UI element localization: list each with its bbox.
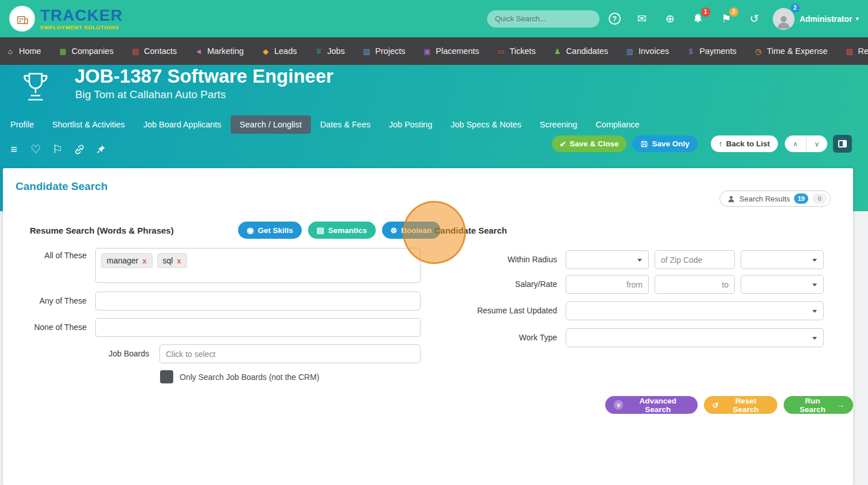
any-of-these-input[interactable] xyxy=(95,292,421,311)
salary-rate-label: Salary/Rate xyxy=(431,280,557,289)
toggle-panel-button[interactable] xyxy=(833,135,852,153)
advanced-search-button[interactable]: ∨ Advanced Search xyxy=(605,396,698,414)
reset-search-button[interactable]: ↺ Reset Search xyxy=(704,396,778,414)
candidates-icon: ♟ xyxy=(553,47,562,56)
tab-job-specs-notes[interactable]: Job Specs & Notes xyxy=(442,115,531,134)
boolean-icon: ⊗ xyxy=(391,226,398,235)
tab-profile[interactable]: Profile xyxy=(1,115,43,134)
placements-icon: ▣ xyxy=(422,47,431,56)
user-menu[interactable]: 2 Administrator ▾ xyxy=(773,8,859,30)
nav-item-time-expense[interactable]: ◷ Time & Expense xyxy=(754,46,828,56)
nav-item-tickets[interactable]: ▭ Tickets xyxy=(496,46,535,56)
nav-item-invoices[interactable]: ▥ Invoices xyxy=(625,46,669,56)
remove-tag-icon[interactable]: x xyxy=(142,257,146,265)
favorite-heart-icon[interactable]: ♡ xyxy=(29,142,42,156)
announcements-badge: 3 xyxy=(729,7,738,17)
run-search-button[interactable]: Run Search → xyxy=(784,396,853,414)
radius-units-select[interactable] xyxy=(741,250,824,269)
radius-select[interactable] xyxy=(566,250,649,269)
notifications-bell-icon[interactable]: 1 xyxy=(691,12,705,26)
main-nav: ⌂ Home ▦ Companies ▤ Contacts ◄ Marketin… xyxy=(0,37,868,65)
all-of-these-input[interactable]: manager x sql x xyxy=(95,248,421,283)
tab-screening[interactable]: Screening xyxy=(531,115,586,134)
save-close-button[interactable]: ✔ Save & Close xyxy=(552,135,627,152)
logo-subtitle: EMPLOYMENT SOLUTIONS xyxy=(40,25,123,30)
record-buttons: ✔ Save & Close Save Only ↑ Back to List … xyxy=(552,135,852,153)
nav-item-candidates[interactable]: ♟ Candidates xyxy=(553,46,608,56)
semantics-button[interactable]: ▤ Semantics xyxy=(308,222,376,239)
resume-last-updated-select[interactable] xyxy=(566,301,824,320)
nav-item-companies[interactable]: ▦ Companies xyxy=(59,46,114,56)
salary-from-input[interactable] xyxy=(566,275,649,294)
floppy-icon xyxy=(640,140,648,148)
nav-item-leads[interactable]: ◆ Leads xyxy=(261,46,297,56)
tab-compliance[interactable]: Compliance xyxy=(586,115,649,134)
reports-icon: ▨ xyxy=(845,47,854,56)
only-job-boards-checkbox[interactable] xyxy=(160,370,173,383)
tab-job-board-applicants[interactable]: Job Board Applicants xyxy=(134,115,231,134)
tab-shortlist-activities[interactable]: Shortlist & Activities xyxy=(43,115,134,134)
salary-period-select[interactable] xyxy=(741,275,824,294)
toc-icon[interactable]: ≡ xyxy=(7,142,20,156)
next-record-button[interactable]: ∨ xyxy=(806,135,827,152)
avatar[interactable]: 2 xyxy=(773,8,795,30)
results-count2-badge: 0 xyxy=(812,193,827,204)
link-icon[interactable] xyxy=(73,142,85,156)
none-of-these-input[interactable] xyxy=(95,318,421,337)
add-icon[interactable]: ⊕ xyxy=(663,12,677,26)
search-results-pill[interactable]: Search Results 19 0 xyxy=(719,191,831,207)
marketing-icon: ◄ xyxy=(194,47,203,56)
salary-to-input[interactable] xyxy=(655,275,735,294)
home-icon: ⌂ xyxy=(6,47,15,56)
tab-search-longlist[interactable]: Search / Longlist xyxy=(231,115,311,134)
topbar: TRACKER EMPLOYMENT SOLUTIONS ? ✉ ⊕ 1 ⚑ 3… xyxy=(0,0,868,37)
flag-announcements-icon[interactable]: ⚑ 3 xyxy=(719,12,733,26)
messages-icon[interactable]: ✉ xyxy=(635,12,649,26)
nav-item-contacts[interactable]: ▤ Contacts xyxy=(131,46,177,56)
tab-dates-fees[interactable]: Dates & Fees xyxy=(311,115,380,134)
remove-tag-icon[interactable]: x xyxy=(177,257,181,265)
search-tag: manager x xyxy=(101,253,153,268)
jobs-icon: ♕ xyxy=(314,47,323,56)
within-radius-label: Within Radius xyxy=(431,255,557,264)
nav-item-payments[interactable]: $ Payments xyxy=(686,46,736,56)
work-type-select[interactable] xyxy=(566,328,824,347)
save-only-button[interactable]: Save Only xyxy=(632,135,697,152)
nav-item-jobs[interactable]: ♕ Jobs xyxy=(314,46,345,56)
back-to-list-button[interactable]: ↑ Back to List xyxy=(711,135,778,152)
job-subtitle: Big Tom at Callahan Auto Parts xyxy=(75,88,226,101)
companies-icon: ▦ xyxy=(59,47,68,56)
search-footer-buttons: ∨ Advanced Search ↺ Reset Search Run Sea… xyxy=(605,396,853,414)
zip-code-input[interactable] xyxy=(655,250,735,269)
get-skills-button[interactable]: ◉ Get Skills xyxy=(238,222,302,239)
page-title: Candidate Search xyxy=(15,180,108,193)
flag-record-icon[interactable]: ⚐ xyxy=(51,142,64,156)
job-boards-label: Job Boards xyxy=(75,349,149,358)
record-pager: ∧ ∨ xyxy=(785,135,827,152)
nav-item-marketing[interactable]: ◄ Marketing xyxy=(194,46,244,56)
pin-icon[interactable] xyxy=(95,142,107,156)
prev-record-button[interactable]: ∧ xyxy=(785,135,806,152)
all-of-these-label: All of These xyxy=(12,251,87,260)
get-skills-icon: ◉ xyxy=(247,226,254,235)
job-boards-input[interactable] xyxy=(159,344,421,363)
nav-item-projects[interactable]: ▧ Projects xyxy=(362,46,405,56)
nav-item-home[interactable]: ⌂ Home xyxy=(6,46,41,56)
history-icon[interactable]: ↺ xyxy=(748,12,761,26)
app-logo[interactable]: TRACKER EMPLOYMENT SOLUTIONS xyxy=(9,6,123,32)
check-icon: ✔ xyxy=(560,139,566,149)
nav-item-placements[interactable]: ▣ Placements xyxy=(422,46,479,56)
topbar-icons: ? ✉ ⊕ 1 ⚑ 3 ↺ xyxy=(609,12,761,26)
invoices-icon: ▥ xyxy=(625,47,635,56)
arrow-right-icon: → xyxy=(837,401,845,409)
tab-job-posting[interactable]: Job Posting xyxy=(380,115,442,134)
boolean-button[interactable]: ⊗ Boolean xyxy=(382,222,441,239)
quick-search-input[interactable] xyxy=(487,10,600,28)
leads-icon: ◆ xyxy=(261,47,270,56)
candidate-search-card: Candidate Search Search Results 19 0 Res… xyxy=(3,168,853,485)
nav-item-reports[interactable]: ▨ Reports xyxy=(845,46,868,56)
help-icon[interactable]: ? xyxy=(609,13,621,25)
semantics-icon: ▤ xyxy=(317,226,324,235)
candidate-search-title: Candidate Search xyxy=(434,226,507,235)
job-tabs: Profile Shortlist & Activities Job Board… xyxy=(1,115,649,134)
